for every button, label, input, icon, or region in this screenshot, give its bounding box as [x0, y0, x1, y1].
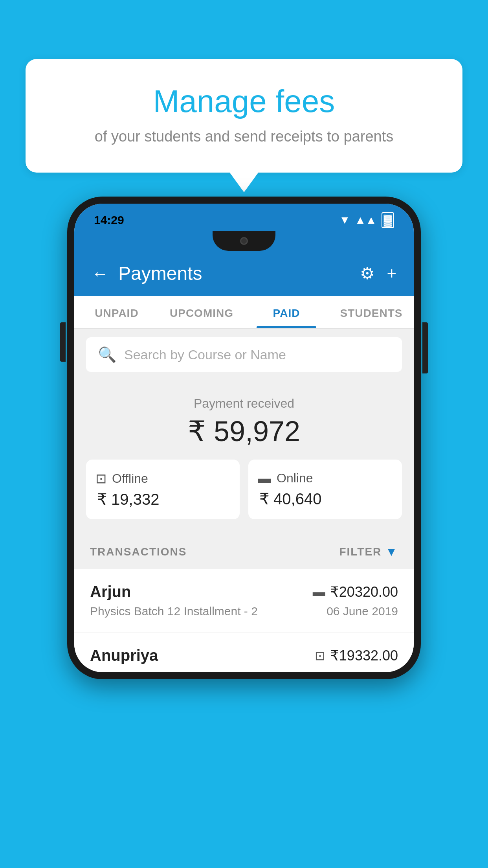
bubble-title: Manage fees	[45, 83, 443, 120]
total-payment-amount: ₹ 59,972	[86, 415, 402, 448]
online-label: Online	[277, 471, 313, 485]
status-bar-time: 14:29	[94, 213, 124, 227]
status-icons: ▼ ▲▲ ▓	[339, 212, 394, 228]
transaction-date: 06 June 2019	[327, 605, 398, 618]
tab-unpaid[interactable]: UNPAID	[74, 296, 159, 328]
offline-payment-card: ⊡ Offline ₹ 19,332	[86, 460, 240, 519]
search-area: 🔍 Search by Course or Name	[74, 329, 414, 381]
battery-icon: ▓	[382, 212, 394, 228]
back-button[interactable]: ←	[92, 264, 109, 283]
tab-bar: UNPAID UPCOMING PAID STUDENTS	[74, 296, 414, 329]
phone-mockup: 14:29 ▼ ▲▲ ▓ ← Payme	[67, 197, 421, 679]
page-title: Payments	[118, 263, 202, 284]
filter-icon: ▼	[385, 545, 398, 559]
payment-cards: ⊡ Offline ₹ 19,332 ▬ Online ₹ 40,640	[86, 460, 402, 519]
transactions-label: TRANSACTIONS	[90, 546, 187, 558]
transaction-amount: ₹19332.00	[330, 647, 398, 664]
online-payment-card: ▬ Online ₹ 40,640	[248, 460, 402, 519]
transaction-name: Arjun	[90, 583, 131, 601]
transaction-amount-wrap: ⊡ ₹19332.00	[315, 647, 398, 664]
search-input[interactable]: Search by Course or Name	[124, 347, 286, 362]
transaction-row[interactable]: Anupriya ⊡ ₹19332.00	[74, 633, 414, 672]
app-header: ← Payments ⚙ +	[74, 251, 414, 296]
search-bar[interactable]: 🔍 Search by Course or Name	[86, 337, 402, 372]
filter-button[interactable]: FILTER ▼	[339, 545, 398, 559]
transaction-course: Physics Batch 12 Installment - 2	[90, 605, 258, 618]
payment-received-label: Payment received	[86, 396, 402, 411]
payment-cash-icon: ⊡	[315, 648, 325, 663]
offline-amount: ₹ 19,332	[95, 490, 159, 508]
speech-bubble: Manage fees of your students and send re…	[26, 59, 462, 173]
filter-label: FILTER	[339, 546, 382, 558]
camera-dot	[240, 237, 248, 245]
transaction-amount-wrap: ▬ ₹20320.00	[313, 584, 398, 600]
transaction-amount: ₹20320.00	[330, 584, 398, 600]
transactions-header: TRANSACTIONS FILTER ▼	[74, 535, 414, 569]
offline-icon: ⊡	[95, 471, 106, 486]
phone-notch	[213, 231, 275, 251]
online-icon: ▬	[258, 471, 271, 486]
payment-summary: Payment received ₹ 59,972 ⊡ Offline ₹ 19…	[74, 381, 414, 535]
tab-students[interactable]: STUDENTS	[329, 296, 414, 328]
bubble-subtitle: of your students and send receipts to pa…	[45, 128, 443, 145]
wifi-icon: ▼	[339, 214, 350, 226]
transaction-name: Anupriya	[90, 647, 158, 664]
tab-paid[interactable]: PAID	[244, 296, 329, 328]
tab-upcoming[interactable]: UPCOMING	[159, 296, 244, 328]
payment-card-icon: ▬	[313, 585, 325, 599]
add-button[interactable]: +	[387, 264, 396, 283]
offline-label: Offline	[112, 471, 148, 486]
online-amount: ₹ 40,640	[258, 490, 321, 508]
search-icon: 🔍	[98, 346, 116, 363]
settings-icon[interactable]: ⚙	[360, 264, 375, 283]
signal-icon: ▲▲	[355, 214, 376, 226]
transaction-row[interactable]: Arjun ▬ ₹20320.00 Physics Batch 12 Insta…	[74, 569, 414, 633]
